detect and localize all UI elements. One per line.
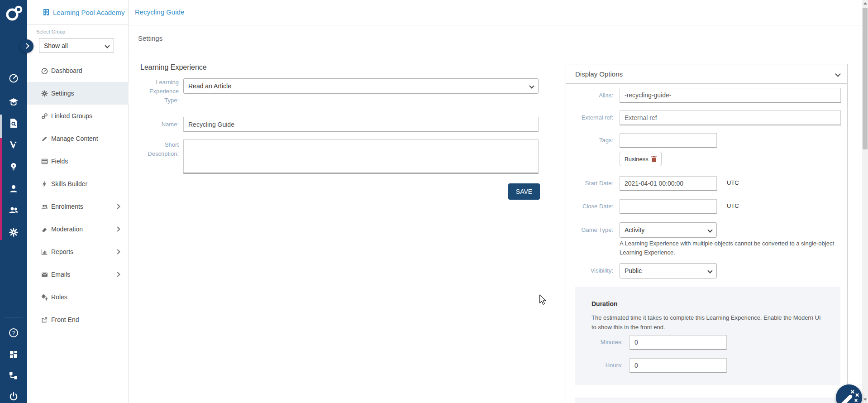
duration-title: Duration	[591, 300, 618, 307]
envelope-icon	[41, 271, 48, 278]
minutes-input[interactable]	[630, 335, 727, 350]
start-date-input[interactable]	[620, 176, 717, 191]
page-title: Recycling Guide	[135, 8, 184, 16]
sidebar-item-label: Settings	[51, 90, 74, 97]
main-content: Recycling Guide Settings Learning Experi…	[129, 0, 868, 403]
start-date-label: Start Date:	[570, 179, 613, 188]
rail-user-icon[interactable]	[8, 183, 19, 194]
select-group-label: Select Group	[36, 29, 65, 34]
chevron-right-icon	[115, 226, 120, 231]
eraser-icon	[41, 225, 48, 233]
magic-wand-icon	[836, 384, 862, 403]
display-options-header[interactable]: Display Options	[566, 64, 847, 84]
sidebar-item-label: Dashboard	[51, 67, 82, 74]
tag-label: Business	[625, 156, 649, 163]
sidebar-item-label: Skills Builder	[51, 180, 87, 187]
close-date-input[interactable]	[620, 199, 717, 214]
sidebar-item-moderation[interactable]: Moderation	[27, 218, 129, 240]
sidebar-item-reports[interactable]: Reports	[27, 240, 129, 263]
rail-divider	[5, 317, 23, 317]
academy-title: Learning Pool Academy	[53, 9, 124, 16]
sidebar-item-skills-builder[interactable]: Skills Builder	[27, 173, 129, 195]
sidebar-expand-button[interactable]	[20, 39, 33, 53]
gear-icon	[41, 90, 48, 97]
sidebar-item-label: Manage Content	[51, 135, 98, 142]
name-label: Name:	[138, 120, 179, 129]
short-description-textarea[interactable]	[183, 139, 539, 174]
sidebar-item-settings[interactable]: Settings	[27, 82, 129, 105]
link-icon	[41, 112, 48, 120]
sidebar-item-roles[interactable]: Roles	[27, 286, 129, 308]
learning-experience-type-label: Learning Experience Type:	[138, 78, 179, 105]
sidebar-item-emails[interactable]: Emails	[27, 263, 129, 286]
magic-wand-fab[interactable]	[836, 384, 862, 403]
pencil-icon	[41, 135, 48, 143]
duration-description: The estimated time it takes to complete …	[591, 313, 827, 332]
save-button[interactable]: SAVE	[508, 183, 540, 200]
users-icon	[41, 203, 48, 211]
rail-power-icon[interactable]	[8, 391, 19, 402]
rail-brand-v-icon[interactable]	[8, 139, 19, 150]
sidebar-item-label: Emails	[51, 271, 70, 278]
rail-scrollbar-thumb[interactable]	[0, 138, 2, 240]
rail-hierarchy-icon[interactable]	[8, 370, 19, 381]
next-section-strip	[575, 398, 840, 403]
sidebar-item-label: Enrolments	[51, 203, 83, 210]
chevron-right-icon	[115, 204, 120, 209]
tab-settings[interactable]: Settings	[138, 34, 162, 42]
tags-input[interactable]	[620, 133, 717, 148]
mouse-cursor	[538, 294, 548, 305]
rail-help-icon[interactable]: ?	[8, 327, 19, 338]
rail-learning-icon[interactable]	[8, 96, 19, 107]
sidebar: Learning Pool Academy Select Group Show …	[27, 0, 129, 403]
visibility-select[interactable]: Public	[620, 263, 717, 278]
name-input[interactable]	[183, 117, 539, 132]
cogs-icon	[41, 293, 48, 301]
sidebar-item-front-end[interactable]: Front End	[27, 308, 129, 331]
display-options-panel: Display Options Alias: External ref: Tag…	[566, 64, 848, 403]
chevron-down-icon	[707, 268, 712, 273]
group-select[interactable]: Show all	[39, 38, 114, 53]
game-type-select[interactable]: Activity	[620, 222, 717, 238]
external-ref-label: External ref:	[570, 113, 613, 122]
tag-business-chip[interactable]: Business	[620, 152, 662, 166]
rail-dashboard-icon[interactable]	[8, 73, 19, 84]
external-ref-input[interactable]	[620, 110, 841, 125]
page-scrollbar[interactable]	[862, 0, 868, 403]
alias-input[interactable]	[620, 88, 841, 103]
sidebar-item-fields[interactable]: Fields	[27, 150, 129, 173]
rail-ideas-icon[interactable]	[8, 161, 19, 172]
sidebar-item-dashboard[interactable]: Dashboard	[27, 59, 129, 82]
sidebar-item-label: Fields	[51, 158, 68, 165]
rail-settings-icon[interactable]	[8, 227, 19, 238]
trash-icon[interactable]	[651, 156, 657, 162]
game-type-label: Game Type:	[570, 225, 613, 235]
chevron-down-icon	[529, 83, 534, 88]
scrollbar-thumb[interactable]	[863, 8, 868, 149]
dashboard-icon	[41, 67, 48, 75]
sidebar-item-manage-content[interactable]: Manage Content	[27, 127, 129, 150]
hours-input[interactable]	[630, 358, 727, 373]
sidebar-item-linked-groups[interactable]: Linked Groups	[27, 105, 129, 127]
group-select-value: Show all	[44, 42, 68, 49]
academy-header[interactable]: Learning Pool Academy	[27, 0, 128, 25]
svg-text:?: ?	[12, 330, 15, 336]
visibility-value: Public	[625, 267, 642, 274]
duration-section: Duration The estimated time it takes to …	[575, 287, 840, 385]
learning-experience-type-select[interactable]: Read an Article	[183, 78, 539, 94]
chevron-right-icon	[24, 43, 29, 49]
app-root: ? Learning Pool Academy Select Group Sho…	[0, 0, 868, 403]
chevron-down-icon	[105, 43, 110, 48]
rail-users-icon[interactable]	[8, 205, 19, 216]
hours-label: Hours:	[582, 361, 623, 370]
bar-chart-icon	[41, 248, 48, 256]
chevron-right-icon	[115, 272, 120, 277]
rail-content-search-icon[interactable]	[8, 118, 19, 129]
sidebar-item-label: Roles	[51, 293, 67, 301]
lightning-icon	[41, 180, 48, 188]
visibility-label: Visibility:	[570, 266, 613, 275]
scrollbar-up-arrow-icon[interactable]	[863, 2, 867, 5]
sidebar-item-enrolments[interactable]: Enrolments	[27, 195, 129, 218]
scrollbar-down-arrow-icon[interactable]	[863, 398, 867, 401]
rail-apps-icon[interactable]	[8, 349, 19, 360]
